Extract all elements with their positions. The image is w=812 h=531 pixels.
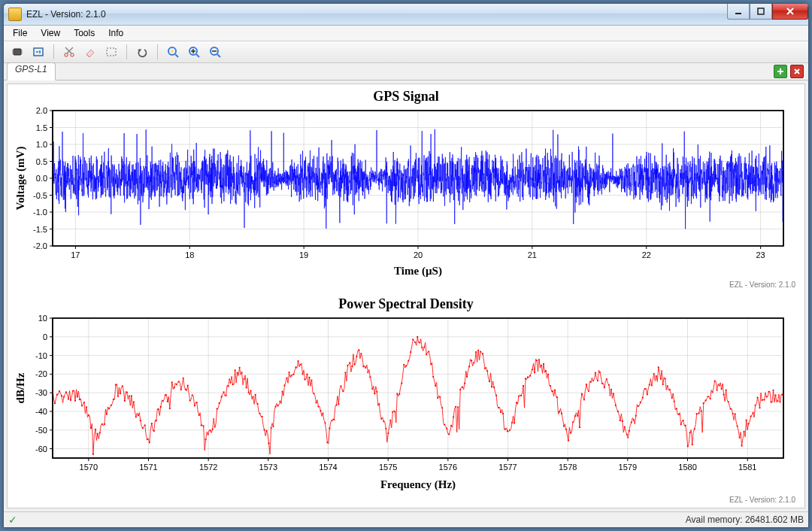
statusbar: ✓ Avail memory: 26481.602 MB — [4, 511, 808, 527]
svg-point-344 — [523, 384, 524, 386]
svg-point-343 — [520, 395, 522, 396]
menu-info[interactable]: Info — [102, 26, 129, 40]
signal-plot-wrap[interactable]: -2.0-1.5-1.0-0.50.00.51.01.52.0171819202… — [12, 106, 800, 279]
tab-close-button[interactable] — [790, 65, 804, 78]
svg-point-166 — [122, 385, 123, 387]
svg-point-272 — [360, 353, 362, 354]
toolbar-separator — [157, 44, 158, 59]
chip-icon[interactable] — [8, 43, 26, 61]
svg-point-200 — [198, 414, 200, 416]
window-maximize-button[interactable] — [750, 4, 772, 20]
svg-text:Time (µS): Time (µS) — [394, 265, 442, 278]
svg-point-192 — [180, 389, 182, 390]
svg-point-420 — [694, 428, 695, 429]
svg-point-417 — [687, 445, 689, 447]
svg-point-308 — [441, 407, 443, 408]
svg-point-290 — [401, 382, 402, 384]
svg-point-180 — [153, 429, 155, 431]
menu-view[interactable]: View — [35, 26, 66, 40]
titlebar[interactable]: EZL - Version: 2.1.0 — [4, 4, 808, 26]
svg-point-407 — [665, 378, 666, 379]
scissors-icon[interactable] — [60, 43, 78, 61]
window-minimize-button[interactable] — [727, 4, 750, 20]
svg-text:-1.5: -1.5 — [33, 224, 47, 233]
svg-point-393 — [633, 419, 635, 420]
window-close-button[interactable] — [772, 4, 808, 20]
svg-point-217 — [237, 372, 238, 373]
svg-point-293 — [408, 360, 409, 361]
svg-point-368 — [577, 415, 578, 417]
svg-point-333 — [498, 407, 499, 408]
svg-point-254 — [320, 410, 321, 411]
svg-point-378 — [599, 372, 601, 373]
svg-point-341 — [516, 402, 517, 403]
svg-point-262 — [338, 403, 339, 405]
svg-point-452 — [765, 396, 767, 397]
svg-text:20: 20 — [414, 250, 423, 259]
svg-point-151 — [88, 414, 89, 416]
signal-plot[interactable]: -2.0-1.5-1.0-0.50.00.51.01.52.0171819202… — [12, 106, 791, 279]
svg-point-222 — [247, 391, 249, 393]
psd-plot[interactable]: -60-50-40-30-20-100101570157115721573157… — [12, 314, 791, 494]
svg-point-336 — [504, 428, 506, 429]
svg-point-196 — [189, 399, 191, 401]
svg-point-202 — [203, 425, 205, 426]
zoom-out-icon[interactable] — [206, 43, 224, 61]
svg-text:1574: 1574 — [319, 463, 337, 472]
svg-point-379 — [601, 382, 603, 384]
svg-point-248 — [306, 373, 308, 375]
svg-point-352 — [541, 364, 542, 366]
svg-point-255 — [322, 412, 323, 414]
svg-point-360 — [559, 411, 560, 412]
svg-point-306 — [437, 397, 438, 399]
psd-plot-wrap[interactable]: -60-50-40-30-20-100101570157115721573157… — [12, 314, 800, 494]
svg-point-373 — [588, 390, 589, 392]
svg-point-338 — [509, 429, 511, 430]
svg-point-387 — [620, 420, 621, 421]
svg-point-266 — [347, 365, 348, 366]
zoom-in-icon[interactable] — [185, 43, 203, 61]
svg-point-15 — [171, 50, 174, 52]
svg-rect-1 — [758, 8, 764, 14]
chart-area: GPS Signal -2.0-1.5-1.0-0.50.00.51.01.52… — [7, 83, 805, 508]
svg-point-448 — [756, 396, 758, 398]
svg-point-141 — [65, 391, 67, 393]
svg-point-243 — [295, 366, 296, 368]
svg-point-173 — [138, 414, 139, 416]
svg-point-375 — [592, 380, 594, 381]
svg-point-442 — [743, 431, 744, 432]
svg-point-139 — [61, 395, 62, 396]
svg-text:22: 22 — [642, 250, 651, 259]
svg-point-184 — [162, 400, 164, 402]
tab-add-button[interactable] — [774, 65, 787, 78]
svg-text:Voltage (mV): Voltage (mV) — [14, 146, 27, 210]
svg-line-19 — [217, 54, 220, 57]
io-icon[interactable] — [29, 43, 47, 61]
eraser-icon[interactable] — [81, 43, 99, 61]
svg-point-349 — [534, 372, 535, 373]
svg-point-457 — [777, 400, 778, 402]
svg-point-155 — [97, 432, 98, 434]
menu-tools[interactable]: Tools — [68, 26, 101, 40]
svg-point-350 — [536, 360, 538, 361]
svg-point-183 — [160, 405, 162, 407]
svg-point-168 — [126, 391, 128, 393]
tab-gps-l1[interactable]: GPS-L1 — [7, 62, 56, 80]
svg-line-14 — [175, 54, 178, 57]
svg-point-149 — [83, 402, 85, 403]
svg-point-402 — [653, 373, 655, 375]
svg-point-269 — [353, 363, 355, 365]
toolbar-separator — [126, 44, 127, 59]
undo-icon[interactable] — [133, 43, 151, 61]
svg-text:10: 10 — [38, 314, 47, 323]
svg-point-286 — [392, 411, 393, 412]
svg-point-422 — [698, 412, 700, 414]
svg-text:1577: 1577 — [498, 463, 517, 472]
svg-text:-0.5: -0.5 — [33, 190, 47, 199]
svg-point-381 — [606, 378, 607, 380]
zoom-fit-icon[interactable] — [164, 43, 182, 61]
svg-text:1570: 1570 — [80, 463, 98, 472]
menu-file[interactable]: File — [7, 26, 33, 40]
marquee-icon[interactable] — [102, 43, 120, 61]
svg-point-277 — [371, 388, 373, 390]
